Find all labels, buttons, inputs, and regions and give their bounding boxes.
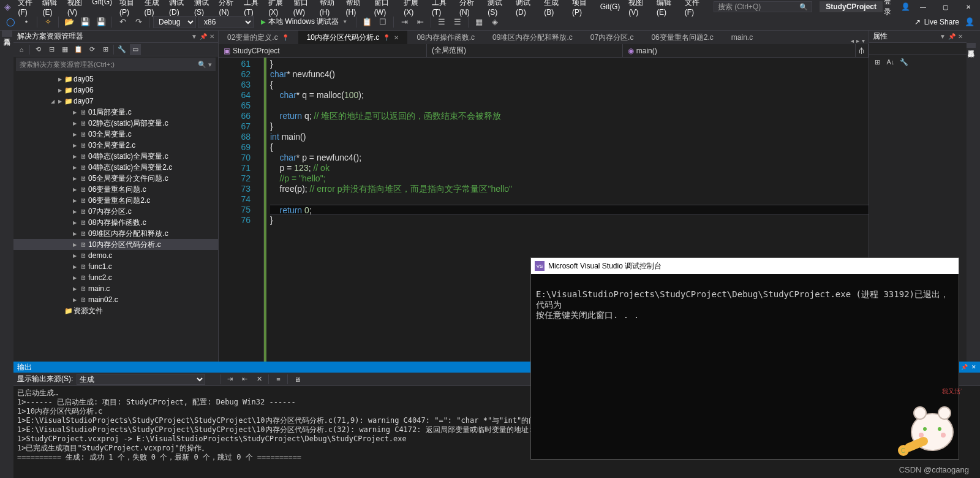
tree-item[interactable]: ▶🗎07内存分区.c <box>13 206 218 217</box>
maximize-button[interactable]: ▢ <box>936 0 955 13</box>
live-share-button[interactable]: Live Share <box>924 18 959 26</box>
wrench-icon[interactable]: 🔧 <box>116 44 127 55</box>
admin-icon[interactable]: 👤 <box>963 15 976 29</box>
tree-item[interactable]: ▶🗎02静态(static)局部变量.c <box>13 118 218 129</box>
nav-back-icon[interactable]: ◯ <box>4 15 17 29</box>
tree-item[interactable]: ▶🗎08内存操作函数.c <box>13 217 218 228</box>
document-tab[interactable]: 07内存分区.c <box>582 31 643 44</box>
tree-item[interactable]: ▶🗎09堆区内存分配和释放.c <box>13 228 218 239</box>
view-icon[interactable]: ▭ <box>130 44 141 55</box>
menu-item[interactable]: 测试(S) <box>190 0 215 18</box>
show-all-icon[interactable]: ▦ <box>59 44 70 55</box>
document-tab[interactable]: 10内存分区代码分析.c📍✕ <box>298 31 409 44</box>
clear-icon[interactable]: ✕ <box>254 374 265 385</box>
tree-item[interactable]: ▶📁day06 <box>13 85 218 96</box>
cmd-icon[interactable]: 🖥 <box>292 374 303 385</box>
debug-console-titlebar[interactable]: VS Microsoft Visual Studio 调试控制台 <box>531 258 959 274</box>
pin-icon[interactable]: 📌 <box>961 364 968 370</box>
close-icon[interactable]: ✕ <box>394 34 399 41</box>
property-pages-icon[interactable]: 🔧 <box>899 56 910 67</box>
new-project-icon[interactable]: ✧ <box>41 15 55 29</box>
scope-icon[interactable]: ⊞ <box>100 44 111 55</box>
properties-object-select[interactable] <box>869 43 967 55</box>
tree-item[interactable]: ▶🗎10内存分区代码分析.c <box>13 239 218 250</box>
wrap-icon[interactable]: ≡ <box>273 374 284 385</box>
menu-调试(D)[interactable]: 调试(D) <box>512 0 539 18</box>
sync-icon[interactable]: ⟲ <box>32 44 43 55</box>
tree-item[interactable]: ▶🗎demo.c <box>13 250 218 261</box>
user-icon[interactable]: 👤 <box>901 2 910 11</box>
document-tab[interactable]: 08内存操作函数.c <box>408 31 484 44</box>
platform-select[interactable]: x86 <box>198 16 254 28</box>
breadcrumb-project[interactable]: ▣StudyCProject <box>219 44 427 57</box>
config-select[interactable]: Debug <box>153 16 196 28</box>
categorized-icon[interactable]: ⊞ <box>872 56 883 67</box>
pin-icon[interactable]: 📌 <box>200 33 207 40</box>
prev-icon[interactable]: ⇤ <box>239 374 250 385</box>
menu-item[interactable]: 窗口(W) <box>290 0 316 18</box>
tb-icon-5[interactable]: ☰ <box>435 15 448 29</box>
collapse-icon[interactable]: ⊟ <box>46 44 57 55</box>
menu-编辑(E)[interactable]: 编辑(E) <box>653 0 680 18</box>
menu-item[interactable]: 帮助(H) <box>316 0 341 18</box>
tabs-dropdown-icon[interactable]: ▾ <box>862 37 865 44</box>
menu-item[interactable]: 工具(T) <box>240 0 265 18</box>
scroll-left-icon[interactable]: ◂ <box>851 37 854 44</box>
undo-icon[interactable]: ↶ <box>116 15 129 29</box>
document-tab[interactable]: main.c <box>723 31 762 44</box>
panel-close-icon[interactable]: ✕ <box>971 364 976 370</box>
breadcrumb-scope[interactable]: (全局范围) <box>427 44 623 57</box>
document-tab[interactable]: 09堆区内存分配和释放.c <box>484 31 582 44</box>
panel-close-icon[interactable]: ✕ <box>958 33 963 40</box>
tb-icon-1[interactable]: 📋 <box>360 15 374 29</box>
solution-search-input[interactable]: 搜索解决方案资源管理器(Ctrl+;) 🔍 ▾ <box>16 58 216 71</box>
home-icon[interactable]: ⌂ <box>16 44 27 55</box>
tree-item[interactable]: ◢▶📁day07 <box>13 96 218 107</box>
debug-console-body[interactable]: E:\VisualStudioProjects\StudyCProject\De… <box>531 274 959 325</box>
tb-icon-8[interactable]: ◈ <box>488 15 502 29</box>
props-icon[interactable]: 📋 <box>73 44 84 55</box>
server-tools-tab[interactable]: 服务器工具 <box>967 43 976 48</box>
document-tab[interactable]: 06变量重名问题2.c <box>643 31 722 44</box>
tree-item[interactable]: ▶📁day05 <box>13 74 218 85</box>
pin-icon[interactable]: 📌 <box>948 33 956 40</box>
nav-fwd-icon[interactable]: • <box>20 15 33 29</box>
tb-icon-6[interactable]: ☰ <box>451 15 464 29</box>
save-all-icon[interactable]: 💾 <box>94 15 108 29</box>
panel-close-icon[interactable]: ✕ <box>209 33 214 40</box>
breadcrumb-split-icon[interactable]: ⫛ <box>856 44 869 57</box>
menu-文件(F)[interactable]: 文件(F) <box>681 0 707 18</box>
tree-item[interactable]: ▶🗎func2.c <box>13 272 218 283</box>
start-debug-button[interactable]: ▶ 本地 Windows 调试器 ▼ <box>256 17 352 27</box>
tree-item[interactable]: ▶🗎06变量重名问题.c <box>13 184 218 195</box>
menu-项目(P)[interactable]: 项目(P) <box>568 0 595 18</box>
menu-Git(G)[interactable]: Git(G) <box>597 1 624 12</box>
tree-item[interactable]: ▶🗎05全局变量分文件问题.c <box>13 173 218 184</box>
pin-icon[interactable]: 📍 <box>282 34 289 41</box>
solution-name-dropdown[interactable]: StudyCProject <box>820 1 883 12</box>
open-icon[interactable]: 📂 <box>62 15 76 29</box>
output-source-select[interactable]: 生成 <box>77 374 205 385</box>
tree-item[interactable]: ▶🗎01局部变量.c <box>13 107 218 118</box>
login-link[interactable]: 登录 <box>884 0 897 17</box>
tree-item[interactable]: ▶🗎06变量重名问题2.c <box>13 195 218 206</box>
scroll-right-icon[interactable]: ▸ <box>856 37 859 44</box>
tree-item[interactable]: ▶🗎func1.c <box>13 261 218 272</box>
tree-item[interactable]: ▶🗎main.c <box>13 283 218 294</box>
tree-item[interactable]: ▶🗎03全局变量.c <box>13 129 218 140</box>
tree-item[interactable]: 📁资源文件 <box>13 305 218 316</box>
close-button[interactable]: ✕ <box>959 0 978 13</box>
tree-item[interactable]: ▶🗎03全局变量2.c <box>13 140 218 151</box>
document-tab[interactable]: 02变量的定义.c📍 <box>219 31 298 44</box>
menu-item[interactable]: 调试(D) <box>165 0 190 18</box>
tb-icon-3[interactable]: ⇥ <box>398 15 411 29</box>
menu-生成(B)[interactable]: 生成(B) <box>540 0 567 18</box>
tb-icon-4[interactable]: ⇤ <box>413 15 427 29</box>
menu-item[interactable]: 分析(N) <box>215 0 240 18</box>
toolbox-tab[interactable]: 工具箱 <box>2 31 12 37</box>
refresh-icon[interactable]: ⟳ <box>86 44 97 55</box>
save-icon[interactable]: 💾 <box>78 15 92 29</box>
tb-icon-2[interactable]: ☐ <box>376 15 390 29</box>
redo-icon[interactable]: ↷ <box>132 15 145 29</box>
breadcrumb-member[interactable]: ◉main() <box>623 44 856 57</box>
